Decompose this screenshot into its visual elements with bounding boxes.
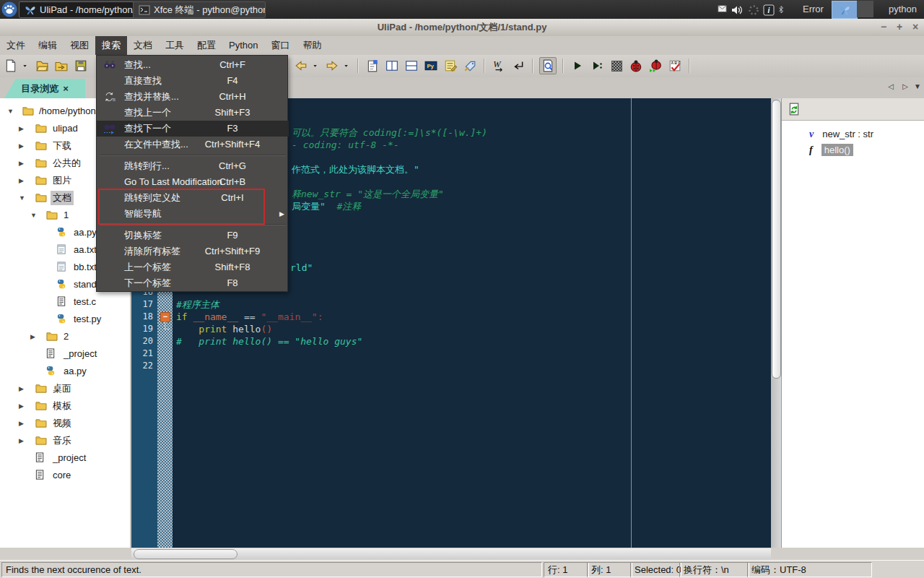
mail-icon[interactable]: [716, 4, 728, 14]
toolbar-find-in-doc-button[interactable]: [539, 57, 557, 74]
hscroll-thumb[interactable]: [134, 549, 237, 559]
menubar-item-搜索[interactable]: 搜索: [95, 36, 127, 55]
tray-indicator-button[interactable]: [832, 1, 858, 19]
outline-item[interactable]: vnew_str : str: [809, 127, 873, 142]
toolbar-tag-button[interactable]: [462, 58, 478, 74]
menubar-item-窗口[interactable]: 窗口: [264, 36, 296, 55]
tree-collapsed-icon[interactable]: ▶: [19, 416, 24, 431]
toolbar-spell-check-button[interactable]: A B C: [667, 58, 683, 74]
tree-collapsed-icon[interactable]: ▶: [19, 381, 24, 396]
bluetooth-icon[interactable]: [779, 4, 786, 15]
tree-item-label[interactable]: /home/python: [37, 104, 98, 118]
menubar-item-编辑[interactable]: 编辑: [32, 36, 64, 55]
tree-item[interactable]: aa.py: [0, 364, 130, 379]
tree-item-label[interactable]: test.py: [71, 312, 103, 327]
tree-expanded-icon[interactable]: ▼: [7, 104, 14, 118]
toolbar-dropdown-button[interactable]: [313, 58, 321, 74]
outline-item-label[interactable]: new_str : str: [822, 129, 873, 139]
editor-horizontal-scrollbar[interactable]: [131, 548, 771, 559]
task-button[interactable]: UliPad - /home/python/...: [19, 1, 137, 18]
tree-collapsed-icon[interactable]: ▶: [19, 139, 24, 153]
menubar-item-文件[interactable]: 文件: [0, 36, 32, 55]
menu-item-在文件中查找[interactable]: 在文件中查找...Ctrl+Shift+F4: [97, 137, 289, 152]
tree-collapsed-icon[interactable]: ▶: [19, 156, 24, 171]
task-button[interactable]: Xfce 终端 - python@python...: [133, 1, 266, 18]
menu-item-切换标签[interactable]: 切换标签F9: [97, 228, 289, 243]
tree-item-label[interactable]: 桌面: [51, 381, 74, 396]
tree-item-label[interactable]: 图片: [51, 173, 74, 188]
maximize-button[interactable]: +: [894, 21, 905, 33]
menu-item-Go To Last Modification[interactable]: Go To Last ModificationCtrl+B: [97, 174, 289, 190]
vscroll-thumb[interactable]: [772, 100, 781, 379]
tree-item-label[interactable]: 1: [61, 208, 71, 223]
toolbar-debug-run-button[interactable]: [648, 58, 663, 74]
tree-collapsed-icon[interactable]: ▶: [30, 329, 35, 344]
toolbar-run-args-button[interactable]: [589, 58, 605, 74]
tree-item-label[interactable]: aa.py: [61, 364, 89, 379]
tree-collapsed-icon[interactable]: ▶: [19, 121, 24, 136]
menubar-item-文档[interactable]: 文档: [127, 36, 159, 55]
toolbar-stop-button[interactable]: [609, 58, 624, 74]
tree-item-label[interactable]: bb.txt: [71, 260, 99, 275]
tree-collapsed-icon[interactable]: ▶: [19, 399, 24, 413]
tree-item-label[interactable]: 2: [61, 329, 71, 344]
menu-item-查找[interactable]: 查找...Ctrl+F: [97, 57, 289, 73]
minimize-button[interactable]: −: [878, 21, 889, 33]
tree-collapsed-icon[interactable]: ▶: [19, 434, 24, 448]
menu-item-查找上一个[interactable]: 查找上一个Shift+F3: [97, 105, 289, 121]
toolbar-word-wrap-button[interactable]: W: [491, 58, 507, 74]
tree-item[interactable]: ▶2: [0, 329, 130, 344]
menubar-item-工具[interactable]: 工具: [159, 36, 191, 55]
tree-item-label[interactable]: core: [51, 468, 73, 483]
toolbar-folder-add-button[interactable]: [53, 58, 69, 74]
close-button[interactable]: ×: [910, 21, 921, 33]
toolbar-open-button[interactable]: [34, 58, 50, 74]
toolbar-properties-button[interactable]: [365, 58, 380, 74]
menu-item-直接查找[interactable]: 直接查找F4: [97, 73, 289, 89]
tree-item-label[interactable]: 公共的: [51, 156, 83, 171]
menubar-item-视图[interactable]: 视图: [64, 36, 95, 55]
tree-item[interactable]: _project: [0, 347, 130, 361]
tree-item-label[interactable]: 音乐: [51, 434, 74, 448]
toolbar-run-button[interactable]: [570, 58, 585, 74]
menu-item-查找下一个[interactable]: 查找下一个F3: [97, 121, 289, 137]
menu-item-下一个标签[interactable]: 下一个标签F8: [97, 275, 289, 291]
fold-collapse-icon[interactable]: −: [160, 312, 170, 322]
toolbar-back-button[interactable]: [293, 58, 309, 74]
menu-item-清除所有标签[interactable]: 清除所有标签Ctrl+Shift+F9: [97, 243, 289, 259]
tree-item-label[interactable]: aa.py: [71, 225, 99, 240]
editor-vertical-scrollbar[interactable]: [771, 98, 781, 548]
menu-item-查找并替换[interactable]: B查找并替换...Ctrl+H: [97, 89, 289, 105]
menubar-item-帮助[interactable]: 帮助: [296, 36, 328, 55]
tree-item-label[interactable]: 文档: [51, 191, 74, 205]
toolbar-split-vertical-button[interactable]: [384, 58, 400, 74]
tree-item[interactable]: test.py: [0, 312, 130, 327]
toolbar-dropdown-button[interactable]: [344, 58, 352, 74]
spinner-icon[interactable]: [748, 4, 759, 16]
toolbar-new-button[interactable]: [3, 58, 19, 74]
menu-item-跳转到行[interactable]: 跳转到行...Ctrl+G: [97, 158, 289, 174]
tree-item[interactable]: test.c: [0, 295, 130, 309]
toolbar-save-button[interactable]: [73, 58, 89, 74]
tab-scroll-right-icon[interactable]: ▷: [899, 82, 911, 90]
tree-item[interactable]: _project: [0, 451, 130, 465]
toolbar-python-console-button[interactable]: Py: [423, 58, 439, 74]
tree-expanded-icon[interactable]: ▼: [19, 191, 25, 205]
tree-expanded-icon[interactable]: ▼: [30, 208, 37, 223]
tree-item-label[interactable]: test.c: [71, 295, 98, 309]
tree-item-label[interactable]: 模板: [51, 399, 74, 413]
outline-item-label[interactable]: hello(): [821, 144, 853, 156]
tab-list-dropdown-icon[interactable]: ▼: [912, 82, 923, 90]
tree-item-label[interactable]: _project: [51, 451, 88, 465]
window-titlebar[interactable]: UliPad - /home/python/文档/1/stand.py −+×: [0, 19, 924, 37]
tree-item[interactable]: ▶桌面: [0, 381, 130, 396]
outline-item[interactable]: fhello(): [809, 143, 853, 158]
info-icon[interactable]: i: [763, 4, 775, 16]
toolbar-indent-button[interactable]: [510, 58, 526, 74]
tree-item[interactable]: ▶视频: [0, 416, 130, 431]
tree-item[interactable]: core: [0, 468, 130, 483]
tree-collapsed-icon[interactable]: ▶: [19, 173, 24, 188]
toolbar-notes-button[interactable]: [443, 58, 458, 74]
tree-item-label[interactable]: 下载: [51, 139, 74, 153]
volume-icon[interactable]: [731, 4, 744, 16]
